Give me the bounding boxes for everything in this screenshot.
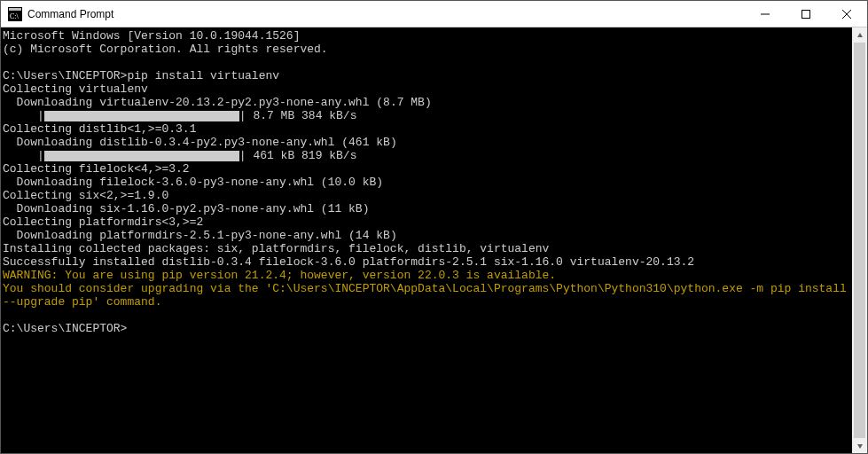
window-title: Command Prompt	[27, 8, 113, 20]
terminal-line	[3, 309, 852, 322]
svg-marker-7	[857, 33, 863, 37]
progress-indent: |	[3, 149, 44, 162]
svg-text:C:\: C:\	[10, 12, 20, 20]
svg-rect-4	[802, 10, 810, 18]
terminal-line: Successfully installed distlib-0.3.4 fil…	[3, 255, 852, 269]
terminal-line: Collecting six<2,>=1.9.0	[3, 189, 852, 202]
minimize-button[interactable]	[745, 1, 786, 27]
maximize-button[interactable]	[786, 1, 826, 27]
progress-bar-line: || 8.7 MB 384 kB/s	[3, 109, 852, 122]
window-titlebar[interactable]: C:\ Command Prompt	[1, 1, 867, 27]
terminal-line: Installing collected packages: six, plat…	[3, 242, 852, 255]
terminal-line: (c) Microsoft Corporation. All rights re…	[3, 43, 852, 56]
cmd-icon: C:\	[8, 7, 22, 21]
progress-bar-line: || 461 kB 819 kB/s	[3, 149, 852, 162]
terminal-warning-line: You should consider upgrading via the 'C…	[3, 282, 852, 309]
terminal-line: Downloading platformdirs-2.5.1-py3-none-…	[3, 229, 852, 242]
terminal-line: Collecting filelock<4,>=3.2	[3, 162, 852, 176]
terminal-line: Collecting platformdirs<3,>=2	[3, 215, 852, 229]
progress-stats: | 8.7 MB 384 kB/s	[239, 109, 357, 122]
terminal-line: C:\Users\INCEPTOR>pip install virtualenv	[3, 69, 852, 82]
terminal-line: Microsoft Windows [Version 10.0.19044.15…	[3, 29, 852, 43]
vertical-scrollbar[interactable]	[852, 27, 867, 453]
svg-rect-1	[9, 8, 21, 11]
svg-marker-8	[857, 444, 863, 449]
terminal-output[interactable]: Microsoft Windows [Version 10.0.19044.15…	[1, 27, 852, 453]
terminal-warning-line: WARNING: You are using pip version 21.2.…	[3, 269, 852, 282]
progress-indent: |	[3, 109, 44, 122]
progress-bar-fill	[44, 111, 239, 121]
terminal-line: Downloading six-1.16.0-py2.py3-none-any.…	[3, 202, 852, 215]
terminal-line: Downloading virtualenv-20.13.2-py2.py3-n…	[3, 96, 852, 109]
scroll-down-button[interactable]	[852, 438, 867, 453]
terminal-line: Collecting distlib<1,>=0.3.1	[3, 122, 852, 136]
terminal-line: Downloading filelock-3.6.0-py3-none-any.…	[3, 176, 852, 189]
terminal-line: Collecting virtualenv	[3, 82, 852, 96]
terminal-line: Downloading distlib-0.3.4-py2.py3-none-a…	[3, 136, 852, 149]
progress-bar-fill	[44, 151, 239, 161]
scroll-track[interactable]	[852, 43, 867, 438]
terminal-line	[3, 56, 852, 69]
close-button[interactable]	[826, 1, 867, 27]
progress-stats: | 461 kB 819 kB/s	[239, 149, 357, 162]
terminal-line: C:\Users\INCEPTOR>	[3, 322, 852, 335]
scroll-thumb[interactable]	[854, 43, 865, 438]
scroll-up-button[interactable]	[852, 27, 867, 43]
